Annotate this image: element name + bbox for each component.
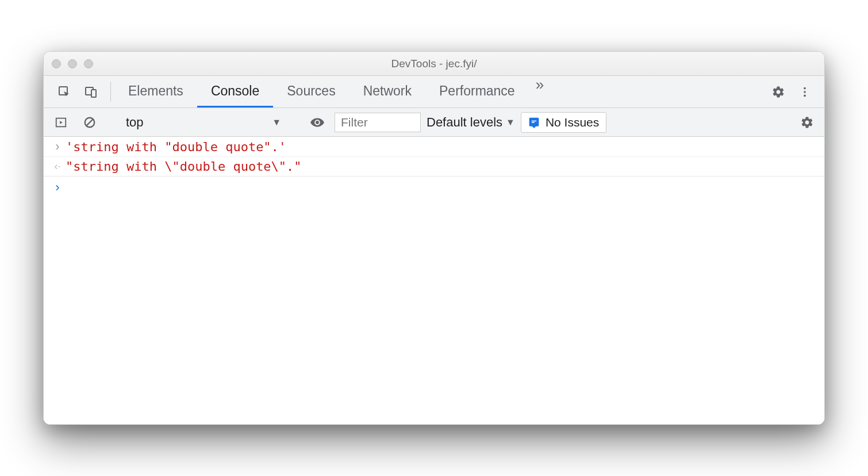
minimize-window-button[interactable] [68, 59, 77, 68]
svg-point-5 [804, 94, 806, 97]
traffic-lights [52, 59, 93, 68]
console-input-row[interactable]: › 'string with "double quote".' [44, 137, 824, 157]
console-output: › 'string with "double quote".' ‹· "stri… [44, 137, 824, 424]
tab-elements[interactable]: Elements [114, 76, 197, 108]
execution-context-select[interactable]: top ▼ [120, 115, 287, 130]
console-toolbar: top ▼ Default levels ▼ No Issues [44, 108, 824, 137]
window-title: DevTools - jec.fyi/ [44, 57, 824, 70]
console-output-row: ‹· "string with \"double quote\"." [44, 157, 824, 176]
issues-icon [528, 117, 540, 128]
svg-point-3 [804, 87, 806, 89]
input-chevron-icon: › [49, 139, 66, 154]
log-levels-select[interactable]: Default levels ▼ [427, 115, 515, 130]
close-window-button[interactable] [52, 59, 61, 68]
inspect-element-icon[interactable] [53, 80, 76, 103]
svg-line-8 [87, 119, 93, 125]
issues-button[interactable]: No Issues [521, 112, 606, 133]
console-settings-gear-icon[interactable] [796, 111, 819, 134]
tab-console[interactable]: Console [197, 76, 273, 108]
levels-label: Default levels [427, 115, 502, 130]
svg-point-4 [804, 91, 806, 93]
device-toolbar-icon[interactable] [79, 80, 102, 103]
zoom-window-button[interactable] [84, 59, 93, 68]
titlebar: DevTools - jec.fyi/ [44, 52, 824, 76]
chevron-down-icon: ▼ [272, 117, 281, 128]
tab-label: Console [211, 83, 259, 99]
tab-label: Network [363, 83, 412, 99]
settings-gear-icon[interactable] [767, 80, 790, 103]
tab-sources[interactable]: Sources [273, 76, 349, 108]
panel-tabs: Elements Console Sources Network Perform… [114, 76, 551, 108]
prompt-chevron-icon: › [49, 180, 66, 195]
clear-console-icon[interactable] [78, 111, 101, 134]
tabbar-left-tools [48, 76, 107, 108]
divider [110, 82, 111, 102]
context-label: top [126, 115, 144, 130]
devtools-window: DevTools - jec.fyi/ Elements Console Sou… [43, 51, 825, 425]
toggle-sidebar-icon[interactable] [49, 111, 72, 134]
kebab-menu-icon[interactable] [793, 80, 816, 103]
main-tabbar: Elements Console Sources Network Perform… [44, 76, 824, 108]
filter-input[interactable] [335, 113, 421, 132]
more-tabs-icon[interactable]: » [529, 76, 551, 108]
console-prompt-row[interactable]: › [44, 176, 824, 197]
tab-network[interactable]: Network [349, 76, 425, 108]
console-input-text: 'string with "double quote".' [66, 140, 286, 154]
live-expression-eye-icon[interactable] [306, 111, 329, 134]
chevron-down-icon: ▼ [506, 117, 515, 128]
tab-performance[interactable]: Performance [425, 76, 529, 108]
tab-label: Performance [439, 83, 515, 99]
tab-label: Elements [128, 83, 183, 99]
issues-label: No Issues [546, 116, 599, 129]
svg-rect-2 [91, 90, 96, 97]
tabbar-right-tools [756, 76, 820, 108]
tab-label: Sources [287, 83, 335, 99]
console-output-text: "string with \"double quote\"." [66, 159, 302, 174]
output-chevron-icon: ‹· [49, 160, 66, 172]
